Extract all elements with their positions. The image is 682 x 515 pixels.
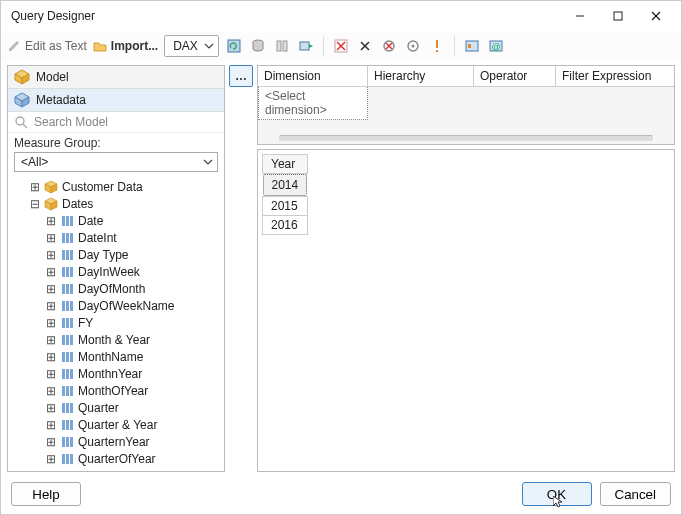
metadata-header[interactable]: Metadata <box>8 89 224 112</box>
expander-plus-icon[interactable]: ⊞ <box>46 250 56 260</box>
column-icon <box>60 282 74 296</box>
tree-node[interactable]: ⊞DayOfMonth <box>10 280 224 297</box>
tree-node[interactable]: ⊞DayInWeek <box>10 263 224 280</box>
database-icon[interactable] <box>249 37 267 55</box>
toolbar: Edit as Text Import... DAX @ <box>1 31 681 61</box>
prepare-query-icon[interactable]: @ <box>487 37 505 55</box>
auto-execute-icon[interactable] <box>297 37 315 55</box>
expander-plus-icon[interactable]: ⊞ <box>46 420 56 430</box>
expander-plus-icon[interactable]: ⊞ <box>46 318 56 328</box>
tree-node[interactable]: ⊞Customer Data <box>10 178 224 195</box>
tree-node-label: DayInWeek <box>78 265 140 279</box>
expander-plus-icon[interactable]: ⊞ <box>46 233 56 243</box>
expander-plus-icon[interactable]: ⊞ <box>46 335 56 345</box>
svg-rect-53 <box>62 284 65 294</box>
table-row[interactable]: 2014 <box>263 174 308 197</box>
filter-col-operator[interactable]: Operator <box>474 66 556 86</box>
model-tree[interactable]: ⊞Customer Data⊟Dates ⊞Date⊞DateInt⊞Day T… <box>8 176 224 471</box>
expander-plus-icon[interactable]: ⊞ <box>46 454 56 464</box>
tree-node[interactable]: ⊞Day Type <box>10 246 224 263</box>
maximize-button[interactable] <box>599 2 637 30</box>
tree-node[interactable]: ⊞Date <box>10 212 224 229</box>
svg-rect-74 <box>62 403 65 413</box>
tree-node-label: Date <box>78 214 103 228</box>
help-button[interactable]: Help <box>11 482 81 506</box>
select-dimension-cell[interactable]: <Select dimension> <box>258 87 368 120</box>
window-title: Query Designer <box>11 9 95 23</box>
expander-plus-icon[interactable]: ⊞ <box>46 386 56 396</box>
tree-node-label: FY <box>78 316 93 330</box>
expander-plus-icon[interactable]: ⊞ <box>46 301 56 311</box>
tree-node[interactable]: ⊞QuarterOfYear <box>10 450 224 467</box>
tree-node[interactable]: ⊞DayOfWeekName <box>10 297 224 314</box>
minimize-button[interactable] <box>561 2 599 30</box>
builder-dialog-button[interactable]: … <box>229 65 253 87</box>
filter-col-hierarchy[interactable]: Hierarchy <box>368 66 474 86</box>
tree-node[interactable]: ⊞Short Month <box>10 467 224 471</box>
table-cell[interactable]: 2016 <box>263 216 308 235</box>
ok-button[interactable]: OK <box>522 482 592 506</box>
tree-node[interactable]: ⊞MonthName <box>10 348 224 365</box>
expander-plus-icon[interactable]: ⊞ <box>46 216 56 226</box>
execute-icon[interactable] <box>356 37 374 55</box>
import-button[interactable]: Import... <box>93 39 158 53</box>
svg-rect-50 <box>62 267 65 277</box>
column-icon <box>60 452 74 466</box>
table-row[interactable]: 2015 <box>263 197 308 216</box>
edit-as-text-button[interactable]: Edit as Text <box>7 39 87 53</box>
filter-col-dimension[interactable]: Dimension <box>258 66 368 86</box>
refresh-fields-icon[interactable] <box>225 37 243 55</box>
expander-plus-icon[interactable]: ⊞ <box>46 267 56 277</box>
language-value: DAX <box>173 39 198 53</box>
query-parameters-icon[interactable] <box>463 37 481 55</box>
tree-node[interactable]: ⊞Month & Year <box>10 331 224 348</box>
tree-node[interactable]: ⊞DateInt <box>10 229 224 246</box>
tree-node[interactable]: ⊞QuarternYear <box>10 433 224 450</box>
tree-node[interactable]: ⊟Dates <box>10 195 224 212</box>
svg-rect-55 <box>70 284 73 294</box>
warning-icon[interactable] <box>428 37 446 55</box>
expander-plus-icon[interactable]: ⊞ <box>46 437 56 447</box>
expander-icon[interactable]: ⊟ <box>30 199 40 209</box>
svg-rect-67 <box>70 352 73 362</box>
model-header[interactable]: Model <box>8 66 224 89</box>
table-cell[interactable]: 2014 <box>263 174 308 196</box>
svg-rect-82 <box>70 437 73 447</box>
expander-icon[interactable]: ⊞ <box>30 182 40 192</box>
expander-plus-icon[interactable]: ⊞ <box>46 471 56 472</box>
tree-node-label: MonthOfYear <box>78 384 148 398</box>
svg-rect-61 <box>70 318 73 328</box>
tree-node-label: Day Type <box>78 248 128 262</box>
preview-table[interactable]: Year201420152016 <box>262 154 308 235</box>
tree-node[interactable]: ⊞Quarter & Year <box>10 416 224 433</box>
tree-node[interactable]: ⊞Quarter <box>10 399 224 416</box>
delete-icon[interactable] <box>332 37 350 55</box>
language-select[interactable]: DAX <box>164 35 219 57</box>
cancel-query-icon[interactable] <box>380 37 398 55</box>
tree-node[interactable]: ⊞MonthnYear <box>10 365 224 382</box>
show-empty-icon[interactable] <box>273 37 291 55</box>
expander-plus-icon[interactable]: ⊞ <box>46 284 56 294</box>
table-header[interactable]: Year <box>263 155 308 174</box>
query-designer-window: Query Designer Edit as Text Import... DA… <box>0 0 682 515</box>
svg-rect-71 <box>62 386 65 396</box>
table-row[interactable]: 2016 <box>263 216 308 235</box>
expander-plus-icon[interactable]: ⊞ <box>46 403 56 413</box>
expander-plus-icon[interactable]: ⊞ <box>46 352 56 362</box>
horizontal-scrollbar[interactable] <box>279 135 653 141</box>
tree-node-label: MonthnYear <box>78 367 142 381</box>
design-mode-icon[interactable] <box>404 37 422 55</box>
measure-group-select[interactable]: <All> <box>14 152 218 172</box>
tree-node[interactable]: ⊞FY <box>10 314 224 331</box>
filter-col-expression[interactable]: Filter Expression <box>556 66 674 86</box>
tree-node[interactable]: ⊞MonthOfYear <box>10 382 224 399</box>
table-cell[interactable]: 2015 <box>263 197 308 216</box>
svg-rect-54 <box>66 284 69 294</box>
close-button[interactable] <box>637 2 675 30</box>
toolbar-separator <box>323 36 324 56</box>
cancel-button[interactable]: Cancel <box>600 482 672 506</box>
expander-plus-icon[interactable]: ⊞ <box>46 369 56 379</box>
svg-rect-75 <box>66 403 69 413</box>
data-preview-panel: Year201420152016 <box>257 149 675 472</box>
search-row[interactable]: Search Model <box>8 112 224 133</box>
